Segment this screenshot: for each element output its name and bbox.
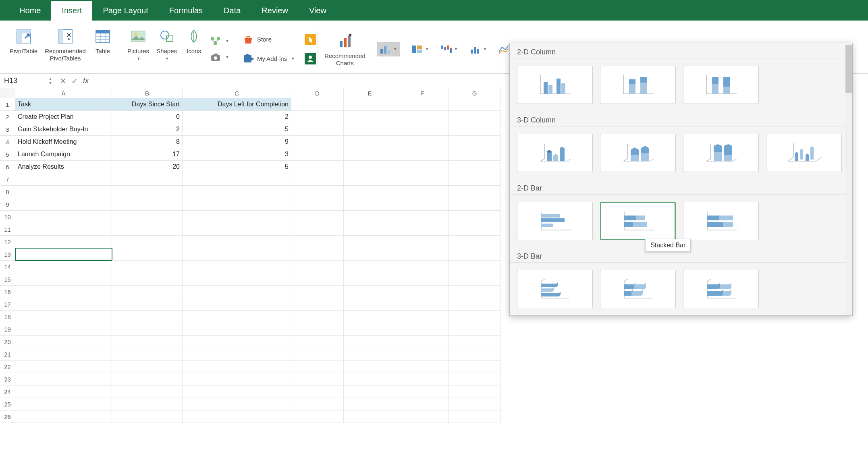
cell-F4[interactable] — [396, 136, 449, 148]
cell-B6[interactable]: 20 — [112, 161, 183, 173]
cell-E3[interactable] — [344, 123, 396, 136]
cell-F1[interactable] — [396, 98, 449, 111]
row-header-22[interactable]: 22 — [0, 361, 15, 373]
cell-B13[interactable] — [112, 248, 183, 261]
cell-D19[interactable] — [291, 323, 344, 336]
cell-D14[interactable] — [291, 261, 344, 273]
row-header-10[interactable]: 10 — [0, 211, 15, 223]
cell-G14[interactable] — [449, 261, 501, 273]
cell-E11[interactable] — [344, 223, 396, 236]
cell-G11[interactable] — [449, 223, 501, 236]
cell-F12[interactable] — [396, 236, 449, 248]
cell-D4[interactable] — [291, 136, 344, 148]
cell-E18[interactable] — [344, 311, 396, 323]
row-header-20[interactable]: 20 — [0, 336, 15, 348]
cell-B9[interactable] — [112, 198, 183, 211]
stacked-bar-thumb[interactable]: Stacked Bar — [600, 202, 676, 240]
cell-E7[interactable] — [344, 173, 396, 186]
cell-F15[interactable] — [396, 273, 449, 286]
clustered-bar-thumb[interactable] — [517, 202, 593, 240]
cell-C3[interactable]: 5 — [183, 123, 291, 136]
cell-E21[interactable] — [344, 348, 396, 361]
ribbon-tab-formulas[interactable]: Formulas — [159, 1, 213, 21]
namebox-up[interactable]: ▲ — [48, 77, 52, 81]
cell-D1[interactable] — [291, 98, 344, 111]
row-header-1[interactable]: 1 — [0, 98, 15, 111]
cell-F21[interactable] — [396, 348, 449, 361]
cell-D23[interactable] — [291, 373, 344, 386]
column-header-A[interactable]: A — [15, 88, 112, 98]
cell-A3[interactable]: Gain Stakeholder Buy-In — [15, 123, 112, 136]
cell-A1[interactable]: Task — [15, 98, 112, 111]
cell-A11[interactable] — [15, 223, 112, 236]
my-addins-button[interactable]: My Add-ins ▼ — [243, 53, 295, 64]
cell-C26[interactable] — [183, 410, 291, 423]
screenshot-button[interactable]: ▼ — [210, 52, 229, 63]
cell-B18[interactable] — [112, 311, 183, 323]
row-header-15[interactable]: 15 — [0, 273, 15, 286]
clustered-column-thumb[interactable] — [517, 66, 593, 104]
row-header-8[interactable]: 8 — [0, 186, 15, 198]
cell-C19[interactable] — [183, 323, 291, 336]
ribbon-tab-view[interactable]: View — [299, 1, 337, 21]
cell-D6[interactable] — [291, 161, 344, 173]
cell-F16[interactable] — [396, 286, 449, 298]
cell-D25[interactable] — [291, 398, 344, 410]
cell-D8[interactable] — [291, 186, 344, 198]
cell-F10[interactable] — [396, 211, 449, 223]
column-bar-chart-button[interactable]: ▼ — [377, 42, 400, 56]
cell-C25[interactable] — [183, 398, 291, 410]
cell-C13[interactable] — [183, 248, 291, 261]
cell-G20[interactable] — [449, 336, 501, 348]
cell-C10[interactable] — [183, 211, 291, 223]
cell-B12[interactable] — [112, 236, 183, 248]
column-header-B[interactable]: B — [112, 88, 183, 98]
row-header-13[interactable]: 13 — [0, 248, 15, 261]
row-header-26[interactable]: 26 — [0, 410, 15, 423]
cell-G3[interactable] — [449, 123, 501, 136]
cell-A15[interactable] — [15, 273, 112, 286]
cell-F5[interactable] — [396, 148, 449, 161]
cell-E24[interactable] — [344, 386, 396, 398]
3d-column-thumb[interactable] — [766, 134, 842, 172]
cell-B19[interactable] — [112, 323, 183, 336]
row-header-12[interactable]: 12 — [0, 236, 15, 248]
cell-B25[interactable] — [112, 398, 183, 410]
hierarchy-chart-button[interactable]: ▼ — [411, 44, 429, 54]
cell-D13[interactable] — [291, 248, 344, 261]
cell-B7[interactable] — [112, 173, 183, 186]
cell-C21[interactable] — [183, 348, 291, 361]
cell-E23[interactable] — [344, 373, 396, 386]
fx-icon[interactable]: fx — [83, 77, 89, 85]
cell-C20[interactable] — [183, 336, 291, 348]
cell-G17[interactable] — [449, 298, 501, 311]
3d-100-stacked-bar-thumb[interactable] — [683, 270, 759, 308]
cell-B1[interactable]: Days Since Start — [112, 98, 183, 111]
cell-A23[interactable] — [15, 373, 112, 386]
cell-C8[interactable] — [183, 186, 291, 198]
cell-C17[interactable] — [183, 298, 291, 311]
cell-A6[interactable]: Analyze Results — [15, 161, 112, 173]
cell-A21[interactable] — [15, 348, 112, 361]
icons-button[interactable]: Icons — [183, 26, 204, 56]
cell-B22[interactable] — [112, 361, 183, 373]
cell-E25[interactable] — [344, 398, 396, 410]
cell-G26[interactable] — [449, 410, 501, 423]
3d-clustered-bar-thumb[interactable] — [517, 270, 593, 308]
cell-A18[interactable] — [15, 311, 112, 323]
cell-C15[interactable] — [183, 273, 291, 286]
cell-A19[interactable] — [15, 323, 112, 336]
cell-A16[interactable] — [15, 286, 112, 298]
cell-F11[interactable] — [396, 223, 449, 236]
cell-B23[interactable] — [112, 373, 183, 386]
cell-G2[interactable] — [449, 111, 501, 123]
cell-G7[interactable] — [449, 173, 501, 186]
cell-E15[interactable] — [344, 273, 396, 286]
cell-D16[interactable] — [291, 286, 344, 298]
cell-F8[interactable] — [396, 186, 449, 198]
cell-E4[interactable] — [344, 136, 396, 148]
cell-D7[interactable] — [291, 173, 344, 186]
row-header-2[interactable]: 2 — [0, 111, 15, 123]
cell-F6[interactable] — [396, 161, 449, 173]
column-header-G[interactable]: G — [449, 88, 501, 98]
